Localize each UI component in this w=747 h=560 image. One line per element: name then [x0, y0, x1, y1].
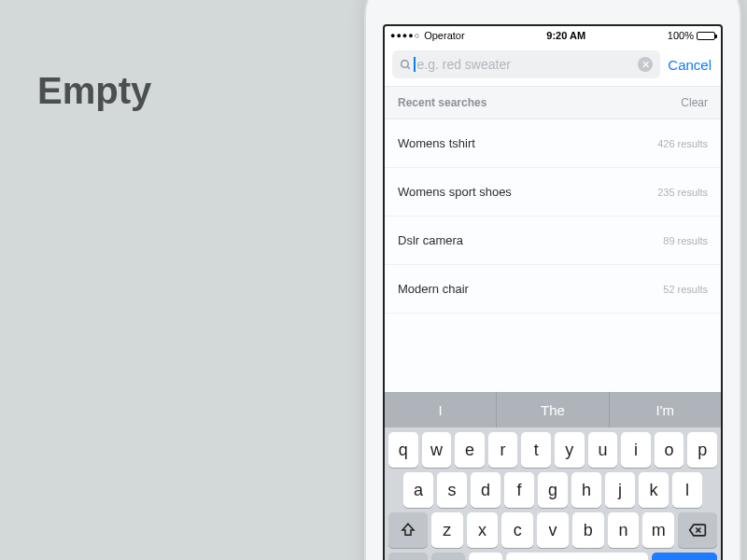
battery-icon — [697, 32, 715, 40]
text-cursor — [414, 57, 416, 72]
key-r[interactable]: r — [488, 432, 518, 468]
cancel-button[interactable]: Cancel — [668, 57, 713, 73]
query-text: Womens tshirt — [398, 136, 475, 150]
key-row-4: 123 ☺ space Done — [385, 548, 721, 560]
key-i[interactable]: i — [621, 432, 651, 468]
key-row-2: a s d f g h j k l — [385, 468, 721, 508]
key-q[interactable]: q — [388, 432, 418, 468]
key-l[interactable]: l — [672, 472, 702, 508]
key-e[interactable]: e — [455, 432, 485, 468]
svg-point-0 — [402, 60, 409, 67]
signal-dots-icon: ●●●●○ — [390, 31, 420, 40]
key-x[interactable]: x — [467, 512, 499, 548]
recent-header: Recent searches Clear — [385, 86, 721, 119]
carrier-label: Operator — [424, 30, 464, 41]
list-item[interactable]: Womens sport shoes 235 results — [385, 168, 721, 217]
key-d[interactable]: d — [471, 472, 500, 508]
space-key[interactable]: space — [506, 553, 648, 560]
screen: ●●●●○ Operator 9:20 AM 100% e.g. red swe… — [383, 24, 723, 560]
key-o[interactable]: o — [655, 432, 684, 468]
query-text: Womens sport shoes — [398, 185, 512, 199]
numbers-key[interactable]: 123 — [388, 553, 428, 560]
key-c[interactable]: c — [501, 512, 533, 548]
list-item[interactable]: Dslr camera 89 results — [385, 217, 721, 265]
svg-line-1 — [407, 66, 410, 69]
search-icon — [400, 59, 412, 71]
key-m[interactable]: m — [642, 512, 674, 548]
key-z[interactable]: z — [431, 512, 463, 548]
list-item[interactable]: Modern chair 52 results — [385, 265, 721, 314]
clear-input-icon[interactable]: ✕ — [638, 57, 653, 72]
done-key[interactable]: Done — [652, 553, 717, 560]
battery-indicator: 100% — [668, 30, 715, 41]
key-t[interactable]: t — [521, 432, 551, 468]
dictation-key[interactable] — [469, 553, 502, 560]
key-f[interactable]: f — [504, 472, 534, 508]
result-count: 89 results — [663, 235, 708, 246]
suggestion[interactable]: I — [385, 392, 497, 427]
key-a[interactable]: a — [403, 472, 433, 508]
clear-recent-button[interactable]: Clear — [681, 96, 708, 109]
phone-mock: ●●●●○ Operator 9:20 AM 100% e.g. red swe… — [366, 0, 740, 560]
key-p[interactable]: p — [687, 432, 717, 468]
key-h[interactable]: h — [571, 472, 601, 508]
key-g[interactable]: g — [538, 472, 568, 508]
emoji-key[interactable]: ☺ — [431, 553, 465, 560]
keyboard: I The I'm q w e r t y u i o p a s d f — [385, 392, 721, 560]
key-u[interactable]: u — [588, 432, 618, 468]
status-bar: ●●●●○ Operator 9:20 AM 100% — [385, 26, 721, 45]
search-input[interactable]: e.g. red sweater ✕ — [392, 50, 660, 78]
search-bar: e.g. red sweater ✕ Cancel — [385, 45, 721, 86]
suggestion[interactable]: I'm — [610, 392, 721, 427]
key-row-3: z x c v b n m — [385, 508, 721, 548]
search-placeholder: e.g. red sweater — [417, 57, 639, 72]
result-count: 426 results — [657, 138, 708, 149]
suggestion[interactable]: The — [497, 392, 609, 427]
list-item[interactable]: Womens tshirt 426 results — [385, 119, 721, 168]
key-row-1: q w e r t y u i o p — [385, 427, 721, 468]
query-text: Modern chair — [398, 282, 469, 296]
key-n[interactable]: n — [608, 512, 640, 548]
result-count: 235 results — [657, 187, 708, 198]
backspace-key[interactable] — [678, 512, 717, 548]
suggestion-bar: I The I'm — [385, 392, 721, 427]
key-k[interactable]: k — [639, 472, 669, 508]
recent-list[interactable]: Womens tshirt 426 results Womens sport s… — [385, 119, 721, 392]
result-count: 52 results — [663, 284, 708, 295]
key-v[interactable]: v — [537, 512, 569, 548]
key-y[interactable]: y — [555, 432, 585, 468]
shift-key[interactable] — [388, 512, 428, 548]
query-text: Dslr camera — [398, 233, 463, 247]
status-time: 9:20 AM — [465, 30, 668, 41]
key-b[interactable]: b — [572, 512, 604, 548]
key-j[interactable]: j — [605, 472, 635, 508]
key-s[interactable]: s — [437, 472, 467, 508]
page-title: Empty — [37, 70, 151, 112]
battery-percent: 100% — [668, 30, 694, 41]
key-w[interactable]: w — [422, 432, 452, 468]
recent-label: Recent searches — [398, 96, 486, 109]
